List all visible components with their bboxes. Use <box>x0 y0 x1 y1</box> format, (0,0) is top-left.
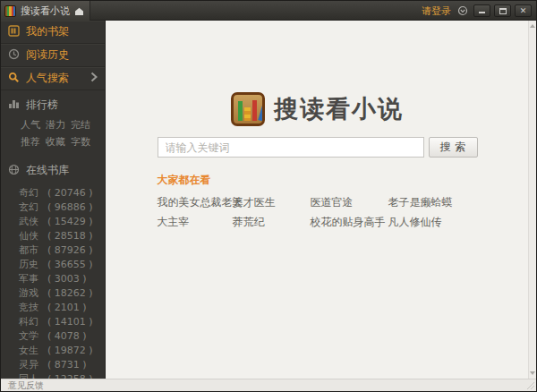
category-list: 奇幻( 20746 ) 玄幻( 96886 ) 武侠( 15429 ) 仙侠( … <box>1 181 105 379</box>
rank-link-popularity[interactable]: 人气 <box>21 118 46 132</box>
rank-link-completed[interactable]: 完结 <box>71 118 96 132</box>
window-controls: 请登录 ✕ <box>422 1 532 21</box>
search-icon <box>8 72 20 86</box>
book-link[interactable]: 我的美女总裁老婆 <box>158 195 233 210</box>
bookshelf-icon <box>8 25 20 39</box>
search-button[interactable]: 搜索 <box>429 137 478 158</box>
category-item-lishi[interactable]: 历史( 36655 ) <box>19 257 98 271</box>
category-item-jingji[interactable]: 竞技( 2101 ) <box>19 300 98 314</box>
search-input[interactable] <box>158 137 424 158</box>
app-logo-icon <box>231 92 265 126</box>
login-link[interactable]: 请登录 <box>422 4 451 18</box>
logo-book-red <box>252 100 257 121</box>
category-item-qihuan[interactable]: 奇幻( 20746 ) <box>19 185 98 200</box>
library-title: 在线书库 <box>26 163 69 178</box>
book-link[interactable]: 凡人修仙传 <box>388 215 478 230</box>
menu-icon[interactable] <box>457 5 468 16</box>
sidebar-item-bookshelf[interactable]: 我的书架 <box>1 21 105 44</box>
close-button[interactable]: ✕ <box>515 4 532 17</box>
sidebar-item-history[interactable]: 阅读历史 <box>1 44 105 67</box>
hot-books-section: 大家都在看 我的美女总裁老婆 天才医生 医道官途 老子是癞蛤蟆 大主宰 莽荒纪 … <box>158 173 478 230</box>
rank-link-recommend[interactable]: 推荐 <box>21 135 46 149</box>
library-section-header: 在线书库 <box>1 156 105 181</box>
category-item-xianxia[interactable]: 仙侠( 28518 ) <box>19 228 98 243</box>
maximize-icon <box>499 8 507 14</box>
main-content: 搜读看小说 搜索 大家都在看 我的美女总裁老婆 天才医生 医道官途 老子是癞蛤蟆… <box>158 92 478 230</box>
search-bar: 搜索 <box>158 137 478 158</box>
scroll-down-icon[interactable] <box>529 369 536 378</box>
window-title: 搜读看小说 <box>21 4 70 18</box>
sidebar-item-label: 我的书架 <box>26 24 69 39</box>
category-item-kehuan[interactable]: 科幻( 14101 ) <box>19 314 98 328</box>
category-item-dushi[interactable]: 都市( 87926 ) <box>19 243 98 257</box>
maximize-button[interactable] <box>494 4 511 17</box>
category-item-xuanhuan[interactable]: 玄幻( 96886 ) <box>19 200 98 214</box>
book-link[interactable]: 老子是癞蛤蟆 <box>388 195 478 210</box>
book-link[interactable]: 大主宰 <box>158 215 233 230</box>
rank-link-wordcount[interactable]: 字数 <box>71 135 96 149</box>
scrollbar[interactable] <box>528 21 536 379</box>
hot-books-grid: 我的美女总裁老婆 天才医生 医道官途 老子是癞蛤蟆 大主宰 莽荒纪 校花的贴身高… <box>158 195 478 230</box>
ranking-title: 排行榜 <box>26 98 58 113</box>
minimize-button[interactable] <box>473 4 490 17</box>
sidebar-item-hot-search[interactable]: 人气搜索 <box>1 67 105 90</box>
category-item-wenxue[interactable]: 文学( 4078 ) <box>19 328 98 343</box>
globe-icon <box>8 164 20 178</box>
logo: 搜读看小说 <box>158 92 478 126</box>
rank-link-favorites[interactable]: 收藏 <box>46 135 71 149</box>
chevron-right-icon <box>90 72 98 85</box>
logo-book-yellow <box>244 107 251 121</box>
ranking-section-header: 排行榜 <box>1 90 105 115</box>
logo-book-green <box>238 101 243 121</box>
minimize-icon <box>479 12 485 13</box>
sidebar-item-label: 阅读历史 <box>26 47 69 63</box>
titlebar: 搜读看小说 请登录 ✕ <box>1 1 536 21</box>
book-link[interactable]: 医道官途 <box>311 195 388 210</box>
main-area: 搜读看小说 搜索 大家都在看 我的美女总裁老婆 天才医生 医道官途 老子是癞蛤蟆… <box>107 21 536 379</box>
book-link[interactable]: 莽荒纪 <box>233 215 311 230</box>
category-item-wuxia[interactable]: 武侠( 15429 ) <box>19 214 98 228</box>
sidebar-item-label: 人气搜索 <box>26 71 69 86</box>
category-item-tongren[interactable]: 同人( 12258 ) <box>19 371 98 379</box>
category-item-junshi[interactable]: 军事( 3003 ) <box>19 271 98 285</box>
feedback-link[interactable]: 意见反馈 <box>8 379 44 392</box>
resize-grip[interactable] <box>527 382 534 389</box>
category-item-lingyi[interactable]: 灵异( 8731 ) <box>19 357 98 371</box>
book-link[interactable]: 校花的贴身高手 <box>311 215 388 230</box>
home-icon[interactable] <box>74 6 84 16</box>
app-logo-icon-small <box>4 5 16 17</box>
rank-link-potential[interactable]: 潜力 <box>46 118 71 132</box>
clock-icon <box>8 48 20 63</box>
category-item-youxi[interactable]: 游戏( 18262 ) <box>19 285 98 300</box>
titlebar-tab[interactable]: 搜读看小说 <box>1 1 90 21</box>
app-window: 搜读看小说 请登录 ✕ 我的书架 阅读历史 <box>0 0 537 392</box>
book-link[interactable]: 天才医生 <box>233 195 311 210</box>
bar-chart-icon <box>8 98 20 112</box>
ranking-links: 人气 潜力 完结 推荐 收藏 字数 <box>1 115 105 156</box>
app-logo-title: 搜读看小说 <box>274 93 404 125</box>
statusbar: 意见反馈 <box>1 379 536 391</box>
close-icon: ✕ <box>516 5 531 16</box>
category-item-nvsheng[interactable]: 女生( 19872 ) <box>19 343 98 357</box>
sidebar: 我的书架 阅读历史 人气搜索 排行榜 人气 潜力 <box>1 21 106 379</box>
hot-books-title: 大家都在看 <box>158 173 478 188</box>
scroll-up-icon[interactable] <box>529 21 536 30</box>
logo-book-blue <box>258 103 265 122</box>
